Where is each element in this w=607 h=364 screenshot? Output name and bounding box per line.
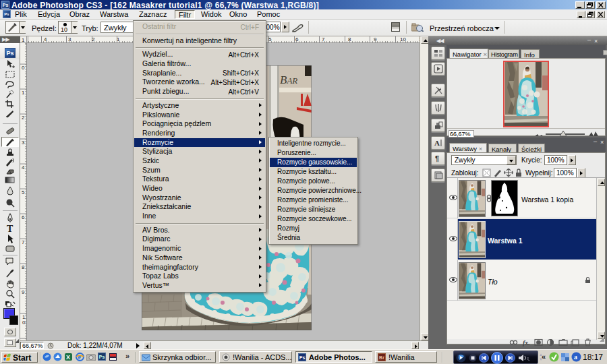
svg-text:a: a — [574, 353, 577, 361]
svg-text:X: X — [66, 354, 70, 361]
svg-text:T: T — [7, 224, 13, 233]
svg-text:BAR: BAR — [280, 73, 297, 86]
svg-text:A: A — [434, 139, 440, 147]
svg-text:e: e — [78, 353, 82, 361]
svg-text:fx.: fx. — [523, 339, 530, 346]
svg-text:¶: ¶ — [435, 154, 439, 162]
